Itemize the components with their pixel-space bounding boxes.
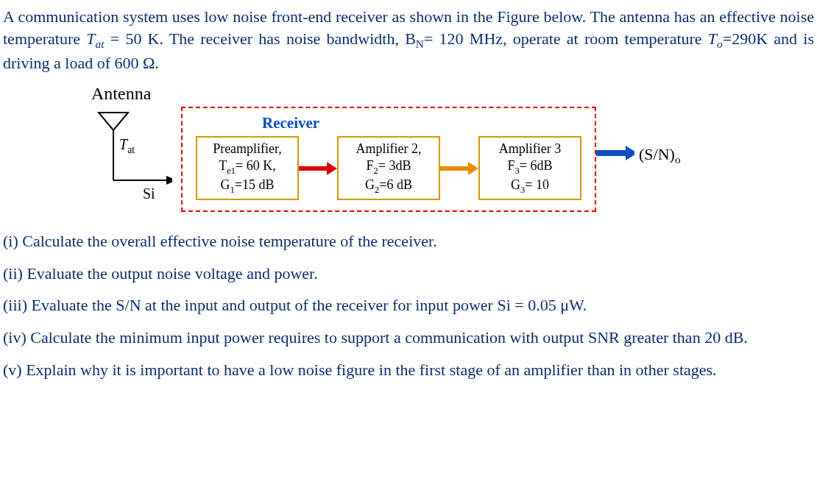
svg-marker-7 — [468, 162, 478, 175]
question-v: (v) Explain why it is important to have … — [3, 359, 814, 381]
snr-output-label: (S/N)o — [639, 143, 681, 168]
system-diagram: Antenna Tat Si Receiver Preamplifier,Te1… — [84, 82, 814, 217]
problem-intro: A communication system uses low noise fr… — [3, 6, 814, 74]
stage-amplifier-2: Amplifier 2,F2= 3dBG2=6 dB — [337, 136, 440, 200]
stage-preamplifier: Preamplifier,Te1= 60 K,G1=15 dB — [196, 136, 299, 200]
question-ii: (ii) Evaluate the output noise voltage a… — [3, 263, 814, 285]
receiver-box: Receiver Preamplifier,Te1= 60 K,G1=15 dB… — [181, 107, 596, 213]
antenna-icon: Tat Si — [84, 107, 172, 217]
receiver-title: Receiver — [262, 113, 581, 133]
question-iv: (iv) Calculate the minimum input power r… — [3, 327, 814, 349]
svg-marker-9 — [626, 146, 634, 160]
antenna-label: Antenna — [91, 82, 814, 105]
arrow-icon — [596, 145, 634, 161]
question-i: (i) Calculate the overall effective nois… — [3, 230, 814, 252]
svg-marker-0 — [99, 113, 128, 130]
svg-marker-5 — [327, 162, 337, 175]
arrow-icon — [440, 160, 478, 177]
stage-amplifier-3: Amplifier 3F3= 6dBG3= 10 — [478, 136, 581, 200]
arrow-icon — [299, 160, 337, 177]
question-iii: (iii) Evaluate the S/N at the input and … — [3, 294, 814, 316]
